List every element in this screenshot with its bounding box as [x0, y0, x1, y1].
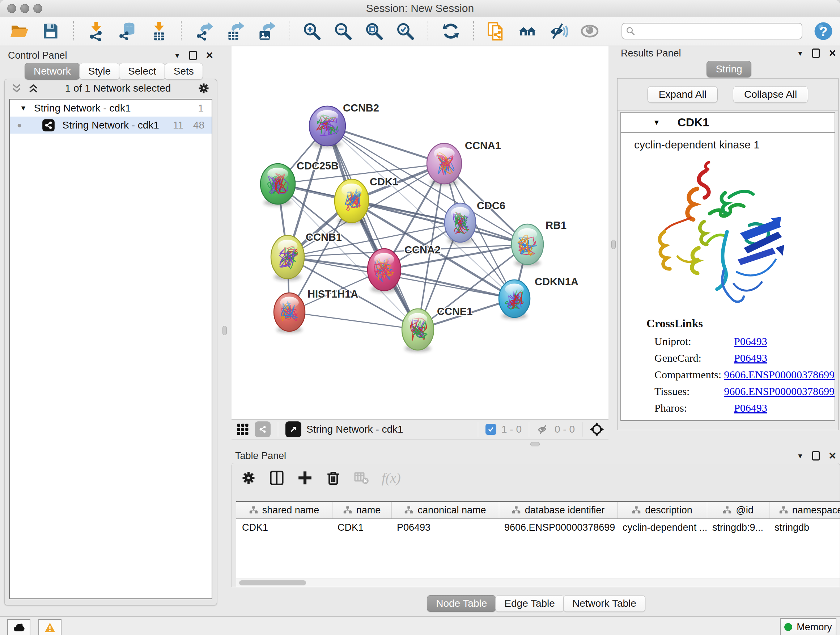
gene-section-header[interactable]: ▼ CDK1	[621, 112, 835, 133]
network-view-toolbar: String Network - cdk1 1 - 0 0 - 0	[232, 419, 608, 440]
network-edge[interactable]	[289, 312, 418, 329]
clone-network-icon[interactable]	[486, 21, 507, 41]
right-splitter-handle[interactable]	[611, 240, 616, 249]
tab-select[interactable]: Select	[119, 63, 165, 80]
collapse-all-networks-icon[interactable]	[11, 83, 22, 93]
memory-label: Memory	[797, 622, 832, 633]
tab-node-table[interactable]: Node Table	[427, 595, 496, 612]
column-header-database-identifier[interactable]: database identifier	[499, 502, 617, 518]
locate-network-crosshair-icon[interactable]	[590, 422, 604, 437]
save-session-icon[interactable]	[41, 21, 61, 41]
graphics-details-disabled-icon	[579, 21, 600, 41]
show-columns-icon[interactable]	[269, 470, 285, 486]
horizontal-splitter-handle[interactable]	[531, 442, 540, 447]
cloud-status-button[interactable]	[7, 619, 30, 635]
section-caret-icon[interactable]: ▼	[653, 119, 660, 127]
left-splitter-handle[interactable]	[223, 326, 227, 335]
scrollbar-thumb[interactable]	[239, 580, 306, 585]
node-label: CCNE1	[437, 306, 472, 317]
tab-sets[interactable]: Sets	[164, 63, 203, 80]
close-window-icon[interactable]	[7, 4, 16, 13]
panel-float-icon[interactable]	[189, 51, 197, 60]
view-grid-icon[interactable]	[236, 423, 249, 436]
panel-close-icon[interactable]: ✕	[829, 451, 836, 461]
open-session-icon[interactable]	[9, 21, 30, 41]
panel-float-icon[interactable]	[812, 451, 820, 461]
uniprot-link[interactable]: P06493	[734, 335, 767, 348]
column-header-shared-name[interactable]: shared name	[236, 502, 332, 518]
table-row[interactable]: CDK1 CDK1 P06493 9606.ENSP00000378699 cy…	[236, 519, 840, 536]
collapse-all-button[interactable]: Collapse All	[733, 86, 808, 103]
table-panel-title: Table Panel	[235, 450, 286, 462]
column-header-name[interactable]: name	[332, 502, 392, 518]
add-column-icon[interactable]	[297, 470, 313, 486]
import-network-from-database-icon[interactable]	[117, 21, 137, 41]
panel-menu-icon[interactable]: ▼	[174, 52, 180, 59]
export-table-icon[interactable]	[225, 21, 245, 41]
birds-eye-view-button[interactable]	[286, 421, 302, 437]
expand-all-networks-icon[interactable]	[28, 83, 39, 93]
network-row[interactable]: ● String Network - cdk1 11 48	[10, 117, 212, 134]
selected-nodes-checkbox-icon[interactable]	[485, 424, 496, 435]
tab-string[interactable]: String	[706, 61, 751, 78]
tab-network-table[interactable]: Network Table	[563, 595, 645, 612]
panel-menu-icon[interactable]: ▼	[797, 50, 804, 57]
network-list: ▼ String Network - cdk1 1 ● String Netwo…	[9, 99, 212, 599]
collection-caret-icon[interactable]: ▼	[20, 104, 27, 112]
zoom-out-icon[interactable]	[333, 21, 353, 41]
tissues-link[interactable]: 9606.ENSP00000378699	[724, 385, 835, 397]
return-to-gallery-icon[interactable]	[517, 21, 538, 41]
results-panel-title: Results Panel	[621, 48, 681, 59]
network-canvas[interactable]: CCNB2CCNA1CDC25BCDK1CDC6RB1CCNB1CCNA2CDK…	[232, 46, 608, 420]
tab-edge-table[interactable]: Edge Table	[495, 595, 564, 612]
toolbar-separator	[289, 21, 289, 41]
memory-status-dot	[784, 623, 792, 631]
zoom-selected-icon[interactable]	[395, 21, 415, 41]
panel-float-icon[interactable]	[812, 49, 820, 58]
horizontal-scrollbar[interactable]	[236, 578, 840, 587]
import-network-from-file-icon[interactable]	[86, 21, 106, 41]
column-header-namespace[interactable]: namespace	[769, 502, 840, 518]
export-image-icon[interactable]	[256, 21, 276, 41]
search-input[interactable]	[622, 23, 802, 40]
table-options-gear-icon[interactable]	[240, 470, 256, 486]
toolbar-separator	[73, 21, 74, 41]
column-header-id[interactable]: @id	[707, 502, 769, 518]
network-options-gear-icon[interactable]	[197, 82, 210, 95]
selected-count: 1 - 0	[501, 424, 522, 435]
memory-button[interactable]: Memory	[780, 618, 836, 635]
network-edge[interactable]	[384, 270, 515, 299]
tab-network[interactable]: Network	[25, 63, 80, 80]
refresh-view-icon[interactable]	[441, 21, 461, 41]
window-title: Session: New Session	[0, 2, 840, 14]
zoom-in-icon[interactable]	[302, 21, 322, 41]
export-network-icon[interactable]	[194, 21, 214, 41]
main-toolbar: ?	[0, 17, 840, 46]
delete-table-icon-disabled	[354, 470, 369, 486]
panel-close-icon[interactable]: ✕	[829, 49, 836, 58]
zoom-fit-icon[interactable]	[364, 21, 384, 41]
panel-close-icon[interactable]: ✕	[205, 51, 213, 60]
minimize-window-icon[interactable]	[20, 4, 29, 13]
svg-text:?: ?	[819, 24, 828, 39]
maximize-window-icon[interactable]	[33, 4, 42, 13]
help-icon[interactable]: ?	[813, 21, 834, 41]
column-header-description[interactable]: description	[617, 502, 707, 518]
pharos-link[interactable]: P06493	[734, 402, 767, 414]
compartments-link[interactable]: 9606.ENSP00000378699	[724, 369, 835, 381]
results-panel: Results Panel ▼ ✕ String Expand All Coll…	[617, 46, 840, 446]
genecard-link[interactable]: P06493	[734, 352, 767, 364]
column-header-canonical-name[interactable]: canonical name	[392, 502, 499, 518]
warnings-button[interactable]	[38, 619, 62, 635]
toolbar-separator	[181, 21, 182, 41]
import-table-from-file-icon[interactable]	[148, 21, 169, 41]
network-collection-row[interactable]: ▼ String Network - cdk1 1	[10, 100, 212, 117]
network-share-button[interactable]	[255, 421, 271, 437]
panel-menu-icon[interactable]: ▼	[797, 453, 804, 459]
network-selection-status: 1 of 1 Network selected	[44, 82, 191, 94]
expand-all-button[interactable]: Expand All	[647, 86, 718, 103]
tab-style[interactable]: Style	[79, 63, 120, 80]
show-graphics-details-icon[interactable]	[548, 21, 569, 41]
delete-column-icon[interactable]	[325, 470, 341, 486]
toolbar-separator	[473, 21, 474, 41]
